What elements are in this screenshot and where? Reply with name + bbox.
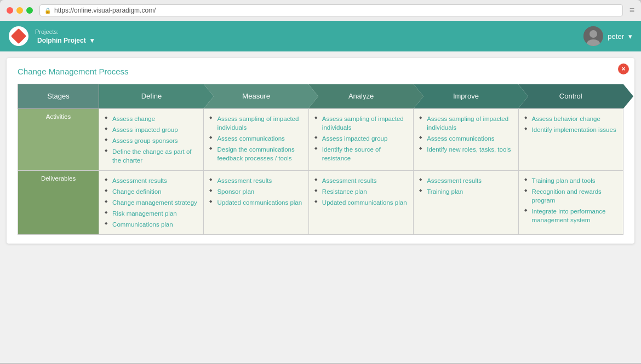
list-item: Change definition xyxy=(105,186,198,197)
link[interactable]: Assess impacted group xyxy=(322,135,388,142)
list-item: Assess sampling of impacted individuals xyxy=(419,113,512,133)
list-item: Assess impacted group xyxy=(314,133,408,144)
link[interactable]: Assess impacted group xyxy=(112,126,178,133)
page-title: Change Management Process xyxy=(18,67,623,76)
list-item: Design the communications feedback proce… xyxy=(209,144,302,164)
link[interactable]: Assessment results xyxy=(427,177,482,184)
browser-menu-icon[interactable]: ≡ xyxy=(629,5,634,15)
list-item: Assess sampling of impacted individuals xyxy=(314,113,408,133)
app-wrapper: Projects: Dolphin Project ▾ peter ▾ × Ch… xyxy=(0,21,641,363)
avatar xyxy=(583,26,603,46)
link[interactable]: Assess change xyxy=(112,115,155,122)
link[interactable]: Assessment results xyxy=(112,177,167,184)
link[interactable]: Resistance plan xyxy=(322,188,367,195)
link[interactable]: Training plan and tools xyxy=(532,177,596,184)
deliverables-measure-list: Assessment results Sponsor plan Updated … xyxy=(209,175,302,208)
list-item: Assess communications xyxy=(209,133,302,144)
list-item: Identify implementation issues xyxy=(524,124,617,135)
link[interactable]: Assess communications xyxy=(217,135,284,142)
dot-green[interactable] xyxy=(26,7,33,14)
list-item: Assessment results xyxy=(314,175,408,186)
list-item: Recognition and rewards program xyxy=(524,186,617,206)
link[interactable]: Risk management plan xyxy=(112,210,177,217)
list-item: Integrate into performance management sy… xyxy=(524,206,617,226)
project-dropdown-arrow: ▾ xyxy=(90,37,94,44)
link[interactable]: Define the change as part of the charter xyxy=(112,148,192,164)
link[interactable]: Assessment results xyxy=(322,177,377,184)
link[interactable]: Sponsor plan xyxy=(217,188,254,195)
deliverables-define-list: Assessment results Change definition Cha… xyxy=(105,175,198,230)
activities-row: Activities Assess change Assess impacted… xyxy=(18,108,623,170)
list-item: Sponsor plan xyxy=(209,186,302,197)
list-item: Training plan xyxy=(419,186,512,197)
activities-define-cell: Assess change Assess impacted group Asse… xyxy=(99,108,204,170)
main-content: × Change Management Process Stages Defin… xyxy=(7,58,634,244)
link[interactable]: Design the communications feedback proce… xyxy=(217,146,294,161)
link[interactable]: Assess sampling of impacted individuals xyxy=(322,115,404,131)
link[interactable]: Change management strategy xyxy=(112,199,197,206)
link[interactable]: Integrate into performance management sy… xyxy=(532,208,606,223)
svg-point-1 xyxy=(590,30,597,38)
header-analyze: Analyze xyxy=(308,84,413,109)
dot-yellow[interactable] xyxy=(16,7,23,14)
list-item: Change management strategy xyxy=(105,197,198,208)
deliverables-improve-cell: Assessment results Training plan xyxy=(414,170,518,234)
deliverables-analyze-cell: Assessment results Resistance plan Updat… xyxy=(308,170,413,234)
list-item: Identify the source of resistance xyxy=(314,144,408,164)
list-item: Assessment results xyxy=(419,175,512,186)
logo-icon xyxy=(9,26,28,46)
top-navigation: Projects: Dolphin Project ▾ peter ▾ xyxy=(0,21,641,51)
link[interactable]: Assess sampling of impacted individuals xyxy=(427,115,508,131)
list-item: Identify new roles, tasks, tools xyxy=(419,144,512,155)
list-item: Communications plan xyxy=(105,219,198,230)
browser-dots xyxy=(7,7,33,14)
deliverables-analyze-list: Assessment results Resistance plan Updat… xyxy=(314,175,408,208)
link[interactable]: Assess sampling of impacted individuals xyxy=(217,115,299,131)
close-button[interactable]: × xyxy=(618,63,629,74)
deliverables-define-cell: Assessment results Change definition Cha… xyxy=(99,170,204,234)
projects-label: Projects: xyxy=(35,28,583,35)
deliverables-improve-list: Assessment results Training plan xyxy=(419,175,512,197)
activities-define-list: Assess change Assess impacted group Asse… xyxy=(105,113,198,166)
logo-diamond xyxy=(11,28,26,44)
list-item: Updated communications plan xyxy=(209,197,302,208)
browser-titlebar: 🔒 https://online.visual-paradigm.com/ ≡ xyxy=(0,0,641,21)
link[interactable]: Change definition xyxy=(112,188,162,195)
chevron-control: Control xyxy=(518,84,623,108)
header-define: Define xyxy=(99,84,204,109)
activities-improve-cell: Assess sampling of impacted individuals … xyxy=(414,108,518,170)
link[interactable]: Identify the source of resistance xyxy=(322,146,381,161)
list-item: Resistance plan xyxy=(314,186,408,197)
link[interactable]: Updated communications plan xyxy=(322,199,407,206)
process-table: Stages Define Measure Analy xyxy=(18,84,623,235)
list-item: Define the change as part of the charter xyxy=(105,146,198,166)
chevron-measure: Measure xyxy=(204,84,308,108)
list-item: Updated communications plan xyxy=(314,197,408,208)
deliverables-control-cell: Training plan and tools Recognition and … xyxy=(518,170,623,234)
link[interactable]: Assessment results xyxy=(217,177,272,184)
header-measure: Measure xyxy=(204,84,308,109)
project-name[interactable]: Dolphin Project ▾ xyxy=(35,35,583,44)
nav-project-info: Projects: Dolphin Project ▾ xyxy=(35,28,583,44)
link[interactable]: Identify implementation issues xyxy=(532,126,616,133)
link[interactable]: Assess behavior change xyxy=(532,115,600,122)
link[interactable]: Communications plan xyxy=(112,221,173,228)
chevron-define: Define xyxy=(99,84,204,108)
list-item: Assessment results xyxy=(105,175,198,186)
address-bar[interactable]: 🔒 https://online.visual-paradigm.com/ xyxy=(39,4,623,16)
link[interactable]: Assess communications xyxy=(427,135,494,142)
chevron-improve: Improve xyxy=(414,84,518,108)
nav-user[interactable]: peter ▾ xyxy=(583,26,632,46)
link[interactable]: Recognition and rewards program xyxy=(532,188,602,204)
activities-analyze-cell: Assess sampling of impacted individuals … xyxy=(308,108,413,170)
user-dropdown-arrow: ▾ xyxy=(628,32,632,41)
dot-red[interactable] xyxy=(7,7,13,14)
link[interactable]: Training plan xyxy=(427,188,463,195)
header-stages: Stages xyxy=(18,84,99,109)
link[interactable]: Assess group sponsors xyxy=(112,137,178,144)
browser-chrome: 🔒 https://online.visual-paradigm.com/ ≡ xyxy=(0,0,641,21)
header-improve: Improve xyxy=(414,84,518,109)
link[interactable]: Identify new roles, tasks, tools xyxy=(427,146,511,153)
link[interactable]: Updated communications plan xyxy=(217,199,302,206)
list-item: Training plan and tools xyxy=(524,175,617,186)
